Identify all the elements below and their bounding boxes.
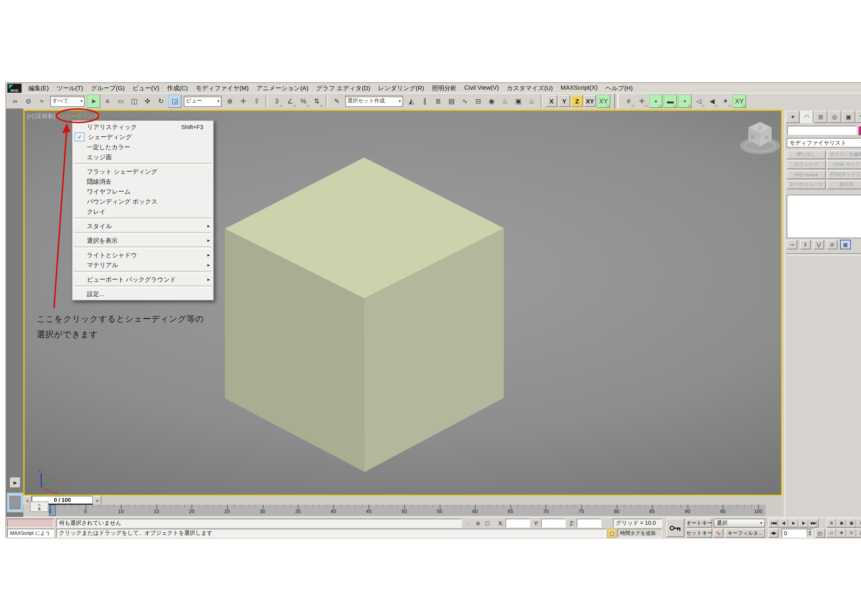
snap-vertex-icon[interactable]: ▪∩ [649, 94, 663, 108]
select-and-move-icon[interactable]: ✜ [142, 95, 154, 107]
maxscript-mini-listener-pink[interactable] [7, 519, 54, 528]
menubar-item-7[interactable]: グラフ エディタ(D) [312, 84, 374, 92]
unlink-selection-icon[interactable]: ⊘ [22, 95, 35, 107]
axis-y-button[interactable]: Y [559, 95, 570, 107]
viewport-expand-label[interactable]: [+] [27, 113, 33, 119]
shading-menu-item-3[interactable]: エッジ面 [72, 152, 213, 162]
isolate-selection-icon[interactable]: ◌ [464, 519, 473, 528]
snap-toggle-3d-icon[interactable]: 3∩ [271, 95, 283, 107]
menubar-item-12[interactable]: MAXScript(X) [557, 84, 602, 91]
shading-menu-item-4[interactable]: フラット シェーディング [72, 167, 213, 176]
previous-frame-button[interactable]: ◀| [778, 519, 788, 528]
edit-named-selections-icon[interactable]: ✎ [331, 95, 343, 107]
modifier-button-6[interactable]: ターボスムーズ [787, 181, 826, 189]
menubar-item-8[interactable]: レンダリング(R) [374, 84, 428, 92]
graphite-ribbon-icon[interactable]: ▤ [445, 95, 458, 107]
menubar-item-9[interactable]: 照明分析 [428, 84, 460, 92]
menubar-item-3[interactable]: ビュー(V) [129, 84, 163, 92]
zoom-button[interactable]: ⊕ [826, 519, 836, 528]
pin-stack-icon[interactable]: ⊸ [787, 240, 797, 249]
menubar-item-4[interactable]: 作成(C) [163, 84, 192, 92]
default-tangents-button[interactable]: ∿ [714, 529, 723, 538]
motion-tab[interactable]: ◎ [828, 111, 841, 123]
snap-midpoint-icon[interactable]: •∩ [678, 94, 691, 108]
shading-menu-item-1[interactable]: ✓シェーディング [72, 132, 213, 142]
modifier-button-0[interactable]: 押し出し [787, 150, 826, 159]
next-frame-button[interactable]: |▶ [798, 519, 809, 528]
shading-menu-item-12[interactable]: マテリアル▸ [72, 260, 213, 270]
selection-filter-dropdown[interactable]: すべて▾ [50, 96, 85, 107]
object-name-field[interactable] [787, 126, 857, 135]
modifier-button-1[interactable]: ポリゴンを編集 [827, 150, 861, 159]
select-and-manipulate-icon[interactable]: ✛ [237, 95, 249, 107]
spinner-down-icon[interactable]: ▼ [809, 533, 811, 536]
set-key-button[interactable]: セットキー [686, 529, 712, 538]
go-to-start-button[interactable]: |◀◀ [768, 519, 778, 528]
app-logo[interactable]: MXD [7, 83, 22, 93]
shading-menu-item-9[interactable]: スタイル▸ [72, 221, 213, 231]
snap-pivot-icon[interactable]: ✛∩ [636, 95, 648, 107]
material-editor-icon[interactable]: ◉ [485, 95, 497, 107]
time-ruler[interactable]: 0510152025303540455055606570758085909510… [50, 505, 766, 516]
next-frame-slider-button[interactable]: > [93, 496, 101, 505]
menubar-item-10[interactable]: Civil View(V) [460, 84, 503, 91]
key-filters-button[interactable]: キーフィルタ... [725, 529, 765, 538]
shading-menu-item-6[interactable]: ワイヤフレーム [72, 186, 213, 196]
snap-face-icon[interactable]: ◁∩ [693, 95, 705, 107]
shading-menu-item-5[interactable]: 隠線消去 [72, 176, 213, 186]
snap-endpoint-icon[interactable]: ▬∩ [664, 94, 677, 108]
angle-snap-icon[interactable]: ∠∩ [284, 95, 296, 107]
shading-menu-item-7[interactable]: バウンディング ボックス [72, 196, 213, 206]
snap-face-center-icon[interactable]: ◀∩ [706, 95, 718, 107]
menubar-item-6[interactable]: アニメーション(A) [253, 84, 312, 92]
use-pivot-center-icon[interactable]: ⊕ [224, 95, 236, 107]
auto-key-button[interactable]: オートキー [686, 519, 712, 528]
shading-menu-item-10[interactable]: 選択を表示▸ [72, 236, 213, 245]
select-by-name-icon[interactable]: ≡ [101, 95, 113, 107]
curve-editor-icon[interactable]: ∿ [459, 95, 471, 107]
configure-modifier-sets-icon[interactable]: ▦ [840, 240, 851, 249]
x-coordinate-field[interactable] [505, 519, 530, 528]
z-coordinate-field[interactable] [577, 519, 601, 528]
modifier-button-3[interactable]: UVW マップ [827, 160, 861, 169]
select-and-scale-icon[interactable]: ◲ [168, 94, 181, 108]
menubar-item-5[interactable]: モディファイヤ(M) [192, 84, 252, 92]
pan-button[interactable]: ✥ [836, 529, 846, 538]
axis-xy-button[interactable]: XY [584, 95, 596, 107]
modifier-button-5[interactable]: FFD(ボックス) [827, 170, 861, 179]
axis-xy-plane-icon[interactable]: XY∩ [597, 94, 610, 108]
bind-to-spacewarp-icon[interactable]: ≈ [36, 95, 48, 107]
percent-snap-icon[interactable]: %∩ [297, 95, 310, 107]
key-mode-toggle-button[interactable]: ◀|▶ [768, 529, 778, 538]
select-and-link-icon[interactable]: ∞ [9, 95, 21, 107]
show-end-result-icon[interactable]: ‖ [800, 240, 811, 249]
make-unique-icon[interactable]: ⋁ [814, 240, 824, 249]
mirror-icon[interactable]: ◭ [405, 95, 417, 107]
box-object[interactable] [225, 157, 504, 472]
frame-spinner[interactable]: ▲▼ [807, 529, 812, 537]
absolute-offset-icon[interactable]: ⊡ [483, 519, 492, 528]
menubar-item-13[interactable]: ヘルプ(H) [601, 84, 637, 92]
menubar-item-2[interactable]: グループ(G) [87, 84, 129, 92]
go-to-end-button[interactable]: ▶▶| [809, 519, 819, 528]
shading-menu-item-14[interactable]: 設定... [72, 289, 213, 299]
add-time-tag-button[interactable]: 時間タグを追加 [617, 529, 662, 538]
zoom-region-button[interactable]: ▭ [826, 529, 836, 538]
select-and-rotate-icon[interactable]: ↻ [155, 95, 167, 107]
menubar-item-0[interactable]: 編集(E) [24, 84, 53, 92]
shading-menu-item-0[interactable]: リアリスティックShift+F3 [72, 122, 213, 132]
time-tag-cube-icon[interactable]: ▢ [608, 529, 617, 538]
y-coordinate-field[interactable] [541, 519, 566, 528]
rendered-frame-icon[interactable]: ▣ [512, 95, 524, 107]
manage-layers-icon[interactable]: ≣ [432, 95, 444, 107]
orbit-button[interactable]: ↻ [846, 529, 856, 538]
zoom-extents-button[interactable]: ▣ [836, 519, 846, 528]
snap-xy-icon[interactable]: XY∩ [733, 94, 746, 108]
modifier-list-dropdown[interactable]: モディファイヤリスト ▾ [787, 138, 861, 148]
remove-modifier-icon[interactable]: ⊘ [827, 240, 837, 249]
modifier-button-7[interactable]: 面分割 [827, 181, 861, 189]
object-color-swatch[interactable] [858, 126, 861, 135]
shading-menu-item-8[interactable]: クレイ [72, 207, 213, 217]
viewport-shading-label[interactable]: [シェーディング] [58, 113, 101, 119]
shading-menu-item-11[interactable]: ライトとシャドウ▸ [72, 250, 213, 260]
